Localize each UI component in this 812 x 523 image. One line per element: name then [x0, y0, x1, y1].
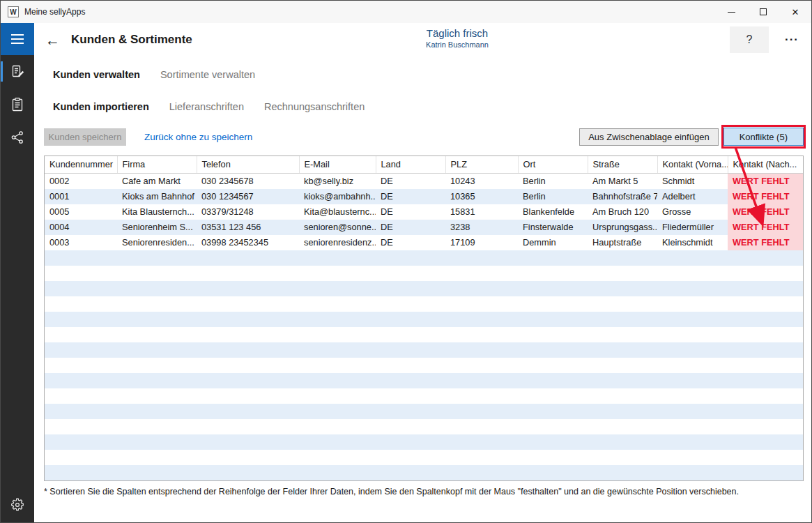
missing-value-cell: WERT FEHLT — [728, 235, 803, 250]
more-options-button[interactable]: ··· — [780, 33, 804, 47]
cell: DE — [376, 173, 445, 189]
empty-row — [45, 266, 803, 281]
context-info: Täglich frisch Katrin Buschmann — [426, 27, 489, 49]
tab-kunden-verwalten[interactable]: Kunden verwalten — [53, 69, 140, 80]
empty-row — [45, 465, 803, 480]
share-icon — [10, 130, 24, 144]
action-row: Kunden speichern Zurück ohne zu speicher… — [44, 126, 804, 147]
maximize-button[interactable] — [747, 1, 779, 23]
empty-row — [45, 296, 803, 312]
column-header-kundennummer[interactable]: Kundennummer — [45, 156, 117, 173]
cell: Adelbert — [657, 189, 728, 204]
table-row[interactable]: 0001Kioks am Bahnhof030 1234567kioks@amb… — [45, 189, 803, 204]
window-controls: ✕ — [715, 1, 811, 23]
column-header-ort[interactable]: Ort — [518, 156, 588, 173]
empty-row — [45, 358, 803, 373]
cell: Fliedermüller — [657, 220, 728, 235]
column-header-land[interactable]: Land — [376, 156, 445, 173]
tab-kunden-importieren[interactable]: Kunden importieren — [53, 101, 149, 112]
empty-row — [45, 388, 803, 404]
cell: seniorenresidenz... — [299, 235, 376, 250]
context-subtitle[interactable]: Katrin Buschmann — [426, 40, 489, 49]
page-title: Kunden & Sortimente — [71, 33, 192, 47]
tab-sortimente-verwalten[interactable]: Sortimente verwalten — [160, 69, 255, 80]
cell: 17109 — [445, 235, 518, 250]
cell: Kioks am Bahnhof — [117, 189, 197, 204]
table-body: 0002Cafe am Markt030 2345678kb@selly.biz… — [45, 173, 803, 480]
clipboard-icon — [11, 98, 24, 112]
cell: 0005 — [45, 204, 117, 220]
sidebar-item-settings[interactable] — [1, 488, 34, 521]
cell: 10243 — [445, 173, 518, 189]
empty-cell — [45, 388, 803, 404]
cell: Kleinschmidt — [657, 235, 728, 250]
column-header-firma[interactable]: Firma — [117, 156, 197, 173]
empty-row — [45, 404, 803, 419]
header-actions: ? ··· — [730, 26, 804, 53]
paste-from-clipboard-button[interactable]: Aus Zwischenablage einfügen — [579, 128, 718, 146]
save-customers-button[interactable]: Kunden speichern — [44, 128, 126, 146]
cell: Seniorenheim S... — [117, 220, 197, 235]
cell: 0002 — [45, 173, 117, 189]
cell: DE — [376, 204, 445, 220]
cell: Finsterwalde — [518, 220, 588, 235]
empty-cell — [45, 450, 803, 465]
sidebar-item-customers[interactable] — [1, 55, 34, 88]
column-header-plz[interactable]: PLZ — [445, 156, 518, 173]
missing-value-cell: WERT FEHLT — [728, 220, 803, 235]
close-button[interactable]: ✕ — [779, 1, 811, 23]
empty-row — [45, 327, 803, 342]
table-row[interactable]: 0002Cafe am Markt030 2345678kb@selly.biz… — [45, 173, 803, 189]
cell: 0003 — [45, 235, 117, 250]
cell: 03379/31248 — [197, 204, 299, 220]
sidebar — [1, 23, 34, 523]
cell: Schmidt — [657, 173, 728, 189]
back-button[interactable]: ← — [45, 33, 60, 47]
tab-lieferanschriften[interactable]: Lieferanschriften — [169, 101, 244, 112]
minimize-button[interactable] — [715, 1, 747, 23]
primary-tabs: Kunden verwalten Sortimente verwalten — [53, 65, 804, 84]
cell: 3238 — [445, 220, 518, 235]
table-row[interactable]: 0004Seniorenheim S...03531 123 456senior… — [45, 220, 803, 235]
tab-rechnungsanschriften[interactable]: Rechnungsanschriften — [264, 101, 365, 112]
column-header-kontakt-vorna[interactable]: Kontakt (Vorna... — [657, 156, 728, 173]
back-without-saving-link[interactable]: Zurück ohne zu speichern — [144, 132, 252, 142]
customers-import-table: KundennummerFirmaTelefonE-MailLandPLZOrt… — [44, 156, 804, 481]
cell: Ursprungsgass... — [588, 220, 657, 235]
empty-cell — [45, 327, 803, 342]
cell: Cafe am Markt — [117, 173, 197, 189]
column-header-e-mail[interactable]: E-Mail — [299, 156, 376, 173]
column-header-straße[interactable]: Straße — [588, 156, 657, 173]
cell: Bahnhofstraße 7 — [588, 189, 657, 204]
edit-document-icon — [10, 65, 24, 79]
table-row[interactable]: 0005Kita Blausternch...03379/31248Kita@b… — [45, 204, 803, 220]
missing-value-cell: WERT FEHLT — [728, 204, 803, 220]
cell: 030 2345678 — [197, 173, 299, 189]
empty-row — [45, 373, 803, 388]
column-header-kontakt-nach[interactable]: Kontakt (Nach... — [728, 156, 803, 173]
cell: Berlin — [518, 173, 588, 189]
hamburger-menu-button[interactable] — [1, 23, 34, 55]
cell: 03531 123 456 — [197, 220, 299, 235]
conflicts-annotation-box: Konflikte (5) — [723, 128, 804, 146]
sidebar-item-lists[interactable] — [1, 88, 34, 121]
app-window: W Meine sellyApps ✕ — [0, 0, 812, 523]
empty-cell — [45, 250, 803, 266]
cell: Grosse — [657, 204, 728, 220]
table: KundennummerFirmaTelefonE-MailLandPLZOrt… — [45, 156, 803, 480]
column-header-telefon[interactable]: Telefon — [197, 156, 299, 173]
table-row[interactable]: 0003Seniorenresiden...03998 23452345seni… — [45, 235, 803, 250]
minimize-icon — [728, 12, 735, 13]
help-button[interactable]: ? — [730, 26, 769, 53]
titlebar: W Meine sellyApps ✕ — [1, 1, 811, 23]
table-header-row: KundennummerFirmaTelefonE-MailLandPLZOrt… — [45, 156, 803, 173]
maximize-icon — [760, 8, 767, 15]
empty-row — [45, 434, 803, 450]
sidebar-item-connections[interactable] — [1, 121, 34, 153]
secondary-tabs: Kunden importieren Lieferanschriften Rec… — [53, 97, 804, 116]
missing-value-cell: WERT FEHLT — [728, 189, 803, 204]
cell: Am Markt 5 — [588, 173, 657, 189]
cell: DE — [376, 235, 445, 250]
conflicts-button[interactable]: Konflikte (5) — [723, 128, 804, 146]
empty-row — [45, 450, 803, 465]
